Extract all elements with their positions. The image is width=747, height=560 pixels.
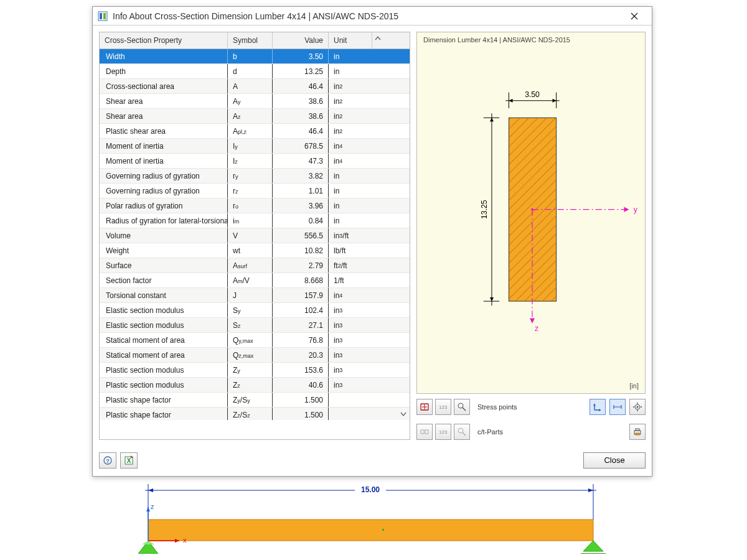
col-unit-header[interactable]: Unit [329, 32, 372, 49]
table-row[interactable]: SurfaceAsurf2.79ft2/ft [100, 258, 410, 273]
scroll-up-icon[interactable] [372, 32, 383, 49]
table-row[interactable]: Weightwt10.82lb/ft [100, 243, 410, 258]
cell-value: 38.6 [273, 94, 329, 108]
table-row[interactable]: Plastic shear areaApl,z46.4in2 [100, 124, 410, 139]
cell-unit: in4 [329, 154, 372, 168]
table-row[interactable]: Plastic shape factorZz/Sz1.500 [100, 408, 410, 420]
cell-symbol: rz [228, 184, 273, 198]
svg-point-19 [637, 406, 639, 408]
close-button[interactable]: Close [583, 452, 646, 469]
table-row[interactable]: Elastic section modulusSy102.4in3 [100, 303, 410, 318]
support-left-icon [138, 541, 158, 554]
table-row[interactable]: Cross-sectional areaA46.4in2 [100, 79, 410, 94]
svg-point-16 [458, 403, 463, 408]
cell-property: Depth [100, 64, 228, 78]
cell-symbol: Qz,max [228, 348, 273, 362]
print-button[interactable] [629, 424, 646, 440]
cell-value: 46.4 [273, 124, 329, 138]
stress-points-toggle-group: 123 [416, 399, 470, 415]
table-row[interactable]: Section factorAm/V8.6681/ft [100, 273, 410, 288]
table-row[interactable]: Statical moment of areaQy,max76.8in3 [100, 333, 410, 348]
ct-parts-icon-button[interactable] [416, 424, 433, 440]
cell-symbol: wt [228, 243, 273, 258]
table-header: Cross-Section Property Symbol Value Unit [100, 32, 410, 49]
cell-symbol: Az [228, 109, 273, 123]
col-property-header[interactable]: Cross-Section Property [100, 32, 228, 49]
ct-parts-zoom-button[interactable] [454, 424, 470, 440]
section-drawing: 3.50 13.25 y [417, 32, 645, 393]
cell-property: Elastic section modulus [100, 318, 228, 332]
cell-value: 157.9 [273, 288, 329, 302]
cell-symbol: Asurf [228, 258, 273, 273]
cell-unit: ft2/ft [329, 258, 372, 273]
cell-value: 20.3 [273, 348, 329, 362]
table-row[interactable]: Statical moment of areaQz,max20.3in3 [100, 348, 410, 363]
table-row[interactable]: Governing radius of gyrationry3.82in [100, 169, 410, 184]
properties-table: Cross-Section Property Symbol Value Unit… [99, 32, 410, 440]
axis-z-label: z [535, 324, 538, 333]
table-row[interactable]: Torsional constantJ157.9in4 [100, 288, 410, 303]
cell-value: 556.5 [273, 228, 329, 243]
stress-points-zoom-button[interactable] [454, 399, 470, 415]
table-row[interactable]: VolumeV556.5in3/ft [100, 228, 410, 243]
preview-panel: Dimension Lumber 4x14 | ANSI/AWC NDS-201… [416, 32, 646, 440]
table-row[interactable]: Depthd13.25in [100, 64, 410, 79]
table-row[interactable]: Moment of inertiaIz47.3in4 [100, 154, 410, 169]
settings-button[interactable] [629, 399, 646, 415]
export-excel-button[interactable]: X [120, 452, 138, 469]
cell-symbol: Iy [228, 139, 273, 153]
cell-symbol: Qy,max [228, 333, 273, 347]
cell-symbol: Sz [228, 318, 273, 332]
col-value-header[interactable]: Value [273, 32, 329, 49]
cell-unit: in3 [329, 348, 372, 362]
window-close-button[interactable] [621, 7, 648, 25]
axes-button[interactable] [590, 399, 606, 415]
app-icon [98, 11, 108, 21]
cross-section-info-dialog: Info About Cross-Section Dimension Lumbe… [92, 6, 652, 477]
ct-parts-values-button[interactable]: 123 [435, 424, 451, 440]
col-symbol-header[interactable]: Symbol [228, 32, 273, 49]
cell-property: Moment of inertia [100, 139, 228, 153]
help-button[interactable]: ? [99, 452, 116, 469]
cell-property: Moment of inertia [100, 154, 228, 168]
section-preview[interactable]: Dimension Lumber 4x14 | ANSI/AWC NDS-201… [416, 32, 646, 394]
table-row[interactable]: Moment of inertiaIy678.5in4 [100, 139, 410, 154]
dimensions-button[interactable] [609, 399, 626, 415]
stress-points-icon-button[interactable] [416, 399, 433, 415]
stress-points-values-button[interactable]: 123 [435, 399, 451, 415]
cell-symbol: V [228, 228, 273, 243]
cell-unit: in4 [329, 139, 372, 153]
cell-unit: in2 [329, 109, 372, 123]
cell-property: Governing radius of gyration [100, 169, 228, 183]
svg-point-14 [531, 208, 533, 211]
table-row[interactable]: Plastic section modulusZz40.6in3 [100, 378, 410, 393]
cell-value: 8.668 [273, 273, 329, 287]
table-row[interactable]: Widthb3.50in [100, 49, 410, 64]
cell-symbol: im [228, 213, 273, 228]
table-row[interactable]: Elastic section modulusSz27.1in3 [100, 318, 410, 333]
preview-unit-label: [in] [629, 382, 639, 390]
cell-symbol: d [228, 64, 273, 78]
cell-symbol: Zz [228, 378, 273, 392]
cell-property: Statical moment of area [100, 333, 228, 347]
cell-value: 47.3 [273, 154, 329, 168]
table-row[interactable]: Polar radius of gyrationro3.96in [100, 198, 410, 213]
svg-rect-24 [421, 430, 424, 434]
table-row[interactable]: Plastic shape factorZy/Sy1.500 [100, 393, 410, 408]
table-row[interactable]: Governing radius of gyrationrz1.01in [100, 184, 410, 198]
cell-property: Plastic section modulus [100, 363, 228, 377]
cell-property: Elastic section modulus [100, 303, 228, 317]
table-body[interactable]: Widthb3.50inDepthd13.25inCross-sectional… [100, 49, 410, 420]
cell-property: Polar radius of gyration [100, 198, 228, 213]
scroll-down-icon[interactable] [399, 409, 408, 418]
table-row[interactable]: Plastic section modulusZy153.6in3 [100, 363, 410, 378]
table-row[interactable]: Shear areaAy38.6in2 [100, 94, 410, 109]
cell-symbol: Ay [228, 94, 273, 108]
cell-value: 46.4 [273, 79, 329, 93]
cell-property: Surface [100, 258, 228, 273]
table-row[interactable]: Radius of gyration for lateral-torsionai… [100, 213, 410, 228]
cell-unit: in3/ft [329, 228, 372, 243]
cell-unit: in [329, 213, 372, 228]
cell-property: Governing radius of gyration [100, 184, 228, 198]
table-row[interactable]: Shear areaAz38.6in2 [100, 109, 410, 124]
